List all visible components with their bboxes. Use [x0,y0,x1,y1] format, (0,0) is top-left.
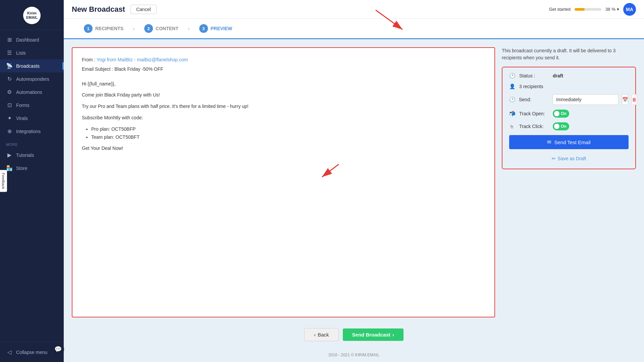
footer-text: 2016 - 2021 © KIRIM.EMAIL [328,353,379,357]
sidebar-item-forms[interactable]: ⊡ Forms [0,99,64,112]
sidebar-item-label: Lists [16,50,26,56]
draft-notice: This broadcast currently a draft. It wil… [502,47,636,61]
step-2-num: 2 [144,24,153,33]
step-preview[interactable]: 3 PREVIEW [193,19,239,38]
from-email-link[interactable]: Yogi from MailBiz - mailbiz@flanelshop.c… [97,57,188,62]
lists-icon: ☰ [6,50,13,56]
email-body-offer: Try our Pro and Team plans with half pri… [82,103,485,111]
open-icon: 📬 [509,111,516,117]
email-body-invite: Come join Black Friday party with Us! [82,91,485,99]
send-broadcast-button[interactable]: Send Broadcast › [343,328,404,341]
step-3-label: PREVIEW [211,26,232,31]
email-preview-panel: From : Yogi from MailBiz - mailbiz@flane… [72,47,495,317]
header-left: New Broadcast Cancel [72,5,157,14]
send-test-email-button[interactable]: ✉ Send Test Email [509,135,629,149]
sidebar-item-automations[interactable]: ⚙ Automations [0,85,64,99]
sidebar-more-label: MORE [0,140,64,148]
email-body-cta: Get Your Deal Now! [82,144,485,153]
store-icon: 🏪 [6,165,13,171]
subject-value: Black Friday -50% OFF [114,66,163,72]
sidebar-item-broadcasts[interactable]: 📡 Broadcasts [0,59,64,72]
clock-icon: 🕐 [509,73,516,79]
save-draft-button[interactable]: ✏ Save as Draft [509,154,629,163]
header-right: Get started 38% ▾ MA [549,3,636,16]
autoresponders-icon: ↻ [6,76,13,82]
track-click-value: On [561,124,567,129]
track-click-label: Track Click: [519,124,549,129]
step-1-num: 1 [84,24,93,33]
sidebar-item-label: Store [16,166,27,171]
main-content: New Broadcast Cancel Get started 38% ▾ M… [64,0,644,362]
send-time-input[interactable] [552,94,619,105]
feedback-tab[interactable]: Feedback [0,170,7,192]
cancel-button[interactable]: Cancel [130,5,157,14]
sidebar-item-store[interactable]: 🏪 Store [0,162,64,175]
toggle-dot [554,111,559,116]
calendar-button[interactable]: 📅 [622,94,628,105]
tutorials-icon: ▶ [6,152,13,158]
step-3-num: 3 [199,24,208,33]
sidebar-item-label: Automations [16,89,42,95]
sidebar-item-label: Autoresponders [16,76,49,82]
save-draft-label: Save as Draft [558,156,586,161]
automations-icon: ⚙ [6,89,13,95]
get-started-label: Get started [549,7,571,12]
sidebar: Kirim EMAIL ⊞ Dashboard ☰ Lists 📡 Broadc… [0,0,64,362]
chevron-right-icon: › [392,332,394,338]
progress-bar [575,8,601,11]
collapse-label: Collapse menu [16,350,47,355]
email-body-greeting: Hi {{full_name}}, [82,80,485,88]
sidebar-item-lists[interactable]: ☰ Lists [0,46,64,59]
sidebar-item-label: Dashboard [16,37,39,43]
sidebar-item-label: Forms [16,103,30,108]
sidebar-item-integrations[interactable]: ⊕ Integrations [0,125,64,138]
content-area: From : Yogi from MailBiz - mailbiz@flane… [64,39,644,323]
bottom-bar: ‹ Back Send Broadcast › [64,323,644,348]
sidebar-item-virals[interactable]: ✦ Virals [0,112,64,125]
step-1-label: RECIPIENTS [95,26,123,31]
top-header: New Broadcast Cancel Get started 38% ▾ M… [64,0,644,19]
email-body-subscribe: Subscribe Monhtly with code: [82,114,485,122]
status-value: draft [553,73,563,78]
send-clock-icon: 🕐 [509,97,516,103]
sidebar-item-tutorials[interactable]: ▶ Tutorials [0,148,64,162]
collapse-icon: ◁ [6,349,13,355]
subject-label: Email Subject : [82,66,114,72]
step-arrow-1: › [130,25,138,32]
from-label: From : [82,57,97,62]
avatar: MA [623,3,636,16]
chat-icon: 💬 [54,346,62,353]
logo[interactable]: Kirim EMAIL [23,7,41,24]
sidebar-item-label: Broadcasts [16,63,40,69]
mail-icon: ✉ [547,139,551,145]
email-from-line: From : Yogi from MailBiz - mailbiz@flane… [82,56,485,64]
track-open-toggle[interactable]: On [553,110,569,118]
progress-dropdown[interactable]: 38% ▾ [605,7,619,12]
list-item: Pro plan: OCT50BFP [91,125,485,133]
right-panel: This broadcast currently a draft. It wil… [502,47,636,317]
sidebar-item-autoresponders[interactable]: ↻ Autoresponders [0,72,64,85]
step-recipients[interactable]: 1 RECIPIENTS [77,19,130,38]
status-row: 🕐 Status : draft [509,73,629,79]
sidebar-item-dashboard[interactable]: ⊞ Dashboard [0,33,64,46]
delete-send-time-button[interactable]: 🗑 [632,94,637,105]
click-icon: 🖱 [509,124,516,129]
send-label: Send: [519,97,549,102]
track-open-row: 📬 Track Open: On [509,110,629,118]
track-open-value: On [561,111,567,116]
step-content[interactable]: 2 CONTENT [138,19,185,38]
chat-bubble[interactable]: 💬 [52,343,64,355]
broadcasts-icon: 📡 [6,63,13,69]
progress-bar-bg [575,8,601,11]
track-click-toggle[interactable]: On [553,122,569,130]
person-icon: 👤 [509,83,516,89]
send-row: 🕐 Send: 📅 🗑 [509,94,629,105]
page-title: New Broadcast [72,5,125,14]
delete-icon: 🗑 [632,97,637,102]
track-open-label: Track Open: [519,111,549,116]
sidebar-item-label: Integrations [16,129,41,134]
back-button[interactable]: ‹ Back [304,328,338,341]
chevron-left-icon: ‹ [314,332,316,338]
send-broadcast-label: Send Broadcast [352,332,390,338]
virals-icon: ✦ [6,115,13,121]
